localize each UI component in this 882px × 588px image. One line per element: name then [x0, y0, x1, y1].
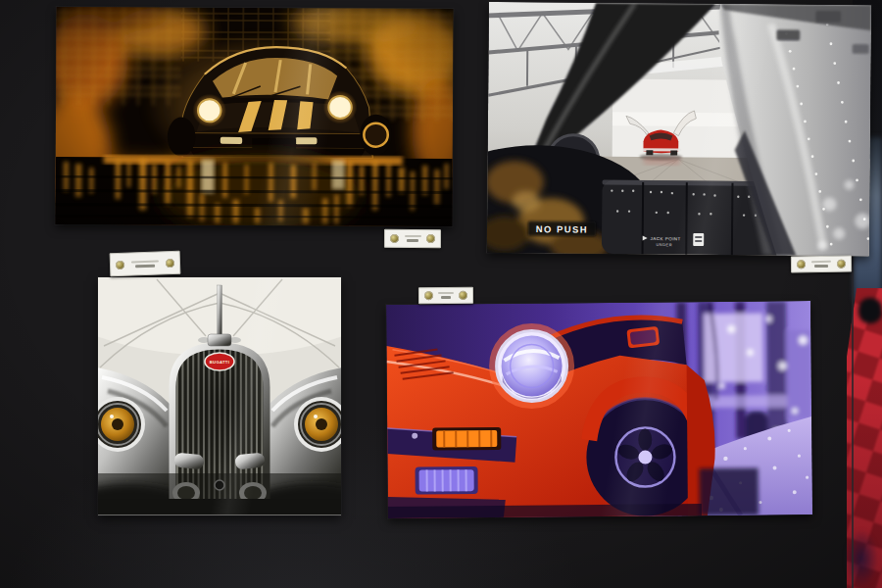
side-mirror [626, 326, 660, 349]
no-push-text: NO PUSH [536, 223, 588, 234]
jack-point-text: JACK POINT [651, 236, 681, 241]
gallery-roundel-icon [166, 258, 174, 267]
gallery-roundel-icon [797, 260, 806, 269]
gallery-roundel-icon [116, 260, 124, 269]
artwork-label-gold-porsche [384, 229, 441, 248]
radiator-mast [218, 285, 222, 342]
gallery-roundel-icon [837, 260, 846, 269]
headlight [496, 330, 567, 402]
label-caption-lines [128, 260, 162, 268]
no-push-stencil: NO PUSH [528, 221, 597, 236]
bugatti-grille-print: BUGATTI [98, 277, 341, 515]
gallery-roundel-icon [459, 291, 467, 300]
visitor-shoe [858, 298, 882, 323]
fog-lamp [416, 466, 478, 495]
gallery-roundel-icon [426, 234, 435, 243]
gallery-roundel-icon [424, 291, 433, 300]
gallery-roundel-icon [390, 234, 399, 243]
bugatti-badge-text: BUGATTI [210, 360, 229, 365]
label-caption-lines [809, 261, 833, 268]
bugatti-badge: BUGATTI [205, 353, 234, 370]
turn-indicator [432, 427, 501, 451]
artwork-label-red-porsche [418, 287, 473, 304]
wall-panel-edge [852, 253, 854, 588]
artwork-label-bugatti [110, 251, 181, 276]
artwork-label-hangar [791, 255, 852, 272]
carpet-shadow [845, 529, 878, 588]
gallery-photo: NO PUSH JACK POINT UNDER [0, 0, 882, 588]
gold-porsche-image [55, 7, 453, 226]
gold-porsche-print [55, 7, 453, 226]
red-porsche-print [386, 301, 812, 518]
bugatti-image: BUGATTI [98, 277, 341, 514]
label-caption-lines [403, 235, 422, 242]
label-caption-lines [437, 292, 455, 299]
hangar-image: NO PUSH JACK POINT UNDER [487, 2, 871, 256]
hangar-gullwing-print: NO PUSH JACK POINT UNDER [487, 2, 871, 256]
red-porsche-image [386, 301, 812, 518]
under-text: UNDER [656, 242, 672, 247]
